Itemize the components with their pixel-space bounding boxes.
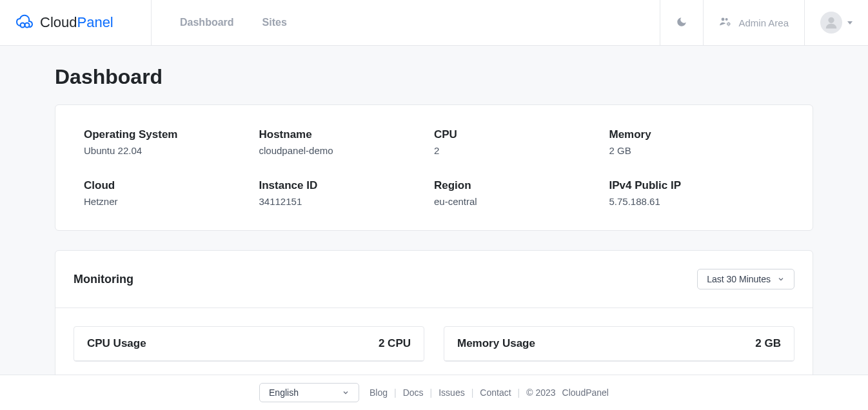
admin-area-link[interactable]: Admin Area [703,0,804,45]
monitoring-header: Monitoring Last 30 Minutes [55,251,813,308]
info-cpu: CPU 2 [434,128,609,156]
chart-value: 2 GB [755,337,781,350]
info-instance-id: Instance ID 34112151 [259,179,435,207]
timerange-label: Last 30 Minutes [707,274,771,284]
separator: | [518,387,520,398]
info-label: Region [434,179,609,192]
footer-issues-link[interactable]: Issues [439,387,464,398]
cpu-usage-card: CPU Usage 2 CPU [74,326,424,362]
monitoring-card: Monitoring Last 30 Minutes CPU Usage 2 C… [55,250,813,380]
footer-links: Blog | Docs | Issues | Contact | © 2023 … [370,387,609,398]
language-label: English [269,387,299,398]
chart-header: CPU Usage 2 CPU [74,327,424,361]
info-value: 2 GB [609,145,785,156]
info-value: Ubuntu 22.04 [84,145,259,156]
logo[interactable]: CloudPanel [0,0,152,45]
info-label: Cloud [84,179,259,192]
info-label: CPU [434,128,609,141]
timerange-select[interactable]: Last 30 Minutes [697,269,794,289]
svg-point-3 [725,18,728,21]
chevron-down-icon [847,21,853,24]
logo-text-part2: Panel [77,14,113,30]
svg-point-2 [722,17,725,21]
memory-usage-card: Memory Usage 2 GB [444,326,794,362]
main-content: Dashboard Operating System Ubuntu 22.04 … [55,46,813,410]
svg-point-4 [728,23,730,24]
info-os: Operating System Ubuntu 22.04 [84,128,259,156]
chart-title: CPU Usage [87,337,146,350]
separator: | [430,387,433,398]
footer-blog-link[interactable]: Blog [370,387,388,398]
info-value: 2 [434,145,609,156]
language-select[interactable]: English [259,383,359,402]
footer-contact-link[interactable]: Contact [480,387,511,398]
cloud-logo-icon [15,14,34,32]
chevron-down-icon [342,389,350,396]
info-label: Instance ID [259,179,435,192]
footer-brand-link[interactable]: CloudPanel [562,387,609,398]
avatar [820,12,842,34]
page-title: Dashboard [55,65,813,89]
footer: English Blog | Docs | Issues | Contact |… [0,375,868,410]
info-label: IPv4 Public IP [609,179,785,192]
admin-area-label: Admin Area [738,17,789,28]
nav-sites[interactable]: Sites [262,17,287,28]
separator: | [471,387,474,398]
user-menu[interactable] [804,0,868,45]
info-ip: IPv4 Public IP 5.75.188.61 [609,179,785,207]
header-right: Admin Area [660,0,868,45]
logo-text-part1: Cloud [40,14,77,30]
info-memory: Memory 2 GB [609,128,785,156]
system-info-card: Operating System Ubuntu 22.04 Hostname c… [55,104,813,231]
nav-dashboard[interactable]: Dashboard [180,17,234,28]
monitoring-body: CPU Usage 2 CPU Memory Usage 2 GB [55,308,813,380]
svg-point-1 [25,23,30,27]
chevron-down-icon [777,275,785,283]
chart-header: Memory Usage 2 GB [444,327,794,361]
chart-title: Memory Usage [457,337,535,350]
info-value: Hetzner [84,196,259,207]
info-label: Memory [609,128,785,141]
monitoring-title: Monitoring [74,273,133,286]
chart-value: 2 CPU [379,337,411,350]
separator: | [394,387,397,398]
svg-point-5 [828,17,834,23]
info-hostname: Hostname cloudpanel-demo [259,128,435,156]
info-value: 34112151 [259,196,435,207]
info-label: Hostname [259,128,435,141]
main-nav: Dashboard Sites [152,0,660,45]
info-grid: Operating System Ubuntu 22.04 Hostname c… [55,105,813,230]
footer-docs-link[interactable]: Docs [403,387,424,398]
info-label: Operating System [84,128,259,141]
info-value: 5.75.188.61 [609,196,785,207]
top-header: CloudPanel Dashboard Sites [0,0,868,46]
svg-point-0 [21,23,25,27]
info-value: eu-central [434,196,609,207]
logo-text: CloudPanel [40,14,113,31]
moon-icon [676,16,687,30]
info-cloud: Cloud Hetzner [84,179,259,207]
dark-mode-toggle[interactable] [660,0,703,45]
users-gear-icon [719,17,732,29]
info-value: cloudpanel-demo [259,145,435,156]
footer-copyright: © 2023 [526,387,555,398]
info-region: Region eu-central [434,179,609,207]
